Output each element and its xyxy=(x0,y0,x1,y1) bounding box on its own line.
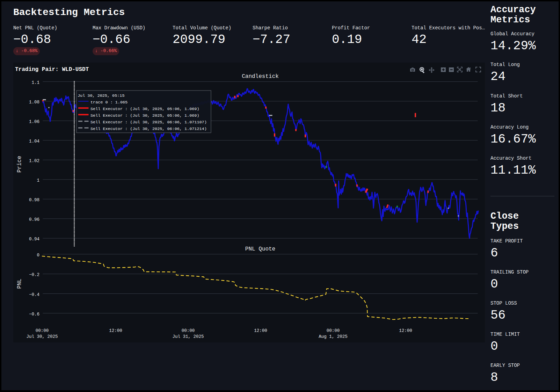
svg-text:00:00: 00:00 xyxy=(182,328,195,333)
svg-text:0: 0 xyxy=(37,253,39,258)
svg-text:Price: Price xyxy=(16,156,23,173)
svg-text:0.94: 0.94 xyxy=(29,237,39,242)
svg-text:−0.4: −0.4 xyxy=(29,292,39,297)
svg-text:Sell Executor : (Jul 30, 2025,: Sell Executor : (Jul 30, 2025, 05:06, 1.… xyxy=(90,107,199,111)
svg-text:1.02: 1.02 xyxy=(29,159,39,164)
svg-text:0.96: 0.96 xyxy=(29,217,39,222)
svg-text:Sell Executor : (Jul 30, 2025,: Sell Executor : (Jul 30, 2025, 05:06, 1.… xyxy=(90,113,199,118)
svg-text:PNL: PNL xyxy=(16,279,23,289)
svg-text:Sell Executor : (Jul 30, 2025,: Sell Executor : (Jul 30, 2025, 06:06, 1.… xyxy=(90,120,207,125)
svg-text:12:00: 12:00 xyxy=(109,328,122,333)
svg-text:trace 0 : 1.065: trace 0 : 1.065 xyxy=(90,100,128,105)
svg-text:Jul 30, 2025, 05:15: Jul 30, 2025, 05:15 xyxy=(78,93,125,98)
svg-text:1.1: 1.1 xyxy=(31,80,39,85)
svg-text:0.98: 0.98 xyxy=(29,198,39,203)
svg-text:Sell Executor : (Jul 30, 2025,: Sell Executor : (Jul 30, 2025, 06:06, 1.… xyxy=(90,126,207,131)
svg-text:Jul 31, 2025: Jul 31, 2025 xyxy=(172,334,204,339)
svg-text:00:00: 00:00 xyxy=(327,328,340,333)
svg-text:Trading Pair: WLD-USDT: Trading Pair: WLD-USDT xyxy=(15,66,89,73)
svg-text:12:00: 12:00 xyxy=(254,328,267,333)
svg-text:1: 1 xyxy=(37,178,39,183)
svg-text:−0.6: −0.6 xyxy=(29,312,39,317)
svg-text:−0.2: −0.2 xyxy=(29,273,39,277)
svg-text:PNL Quote: PNL Quote xyxy=(245,246,275,252)
svg-text:12:00: 12:00 xyxy=(399,328,412,333)
svg-text:Candlestick: Candlestick xyxy=(242,73,279,80)
svg-text:1.08: 1.08 xyxy=(29,100,39,105)
svg-text:00:00: 00:00 xyxy=(36,328,49,333)
svg-text:1.04: 1.04 xyxy=(29,139,39,144)
svg-text:1.06: 1.06 xyxy=(29,119,39,124)
svg-text:Jul 30, 2025: Jul 30, 2025 xyxy=(26,334,58,339)
svg-text:Aug 1, 2025: Aug 1, 2025 xyxy=(319,334,348,339)
